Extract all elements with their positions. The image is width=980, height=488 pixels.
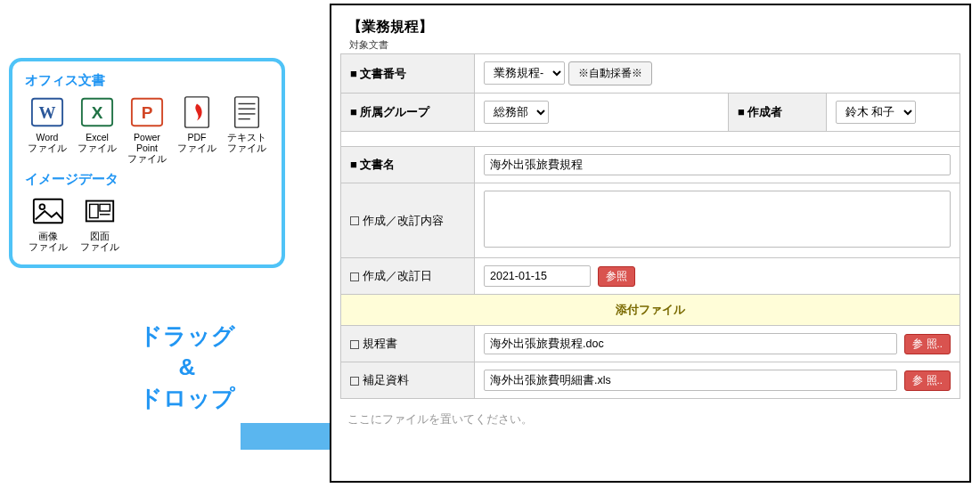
attach-row2-input[interactable] [484, 370, 897, 391]
svg-text:X: X [92, 103, 103, 122]
ppt-icon: P [129, 94, 165, 130]
doc-no-label: ■ 文書番号 [341, 54, 475, 94]
drag-drop-line1: ドラッグ [139, 322, 235, 349]
group-select[interactable]: 総務部 [484, 101, 549, 124]
word-label: Word ファイル [25, 132, 69, 153]
revision-content-label: 作成／改訂内容 [341, 183, 475, 258]
ppt-file-item: P Power Point ファイル [125, 94, 169, 164]
drop-zone-hint[interactable]: ここにファイルを置いてください。 [340, 399, 960, 435]
svg-rect-7 [235, 97, 259, 127]
pdf-file-item: PDF ファイル [175, 94, 219, 164]
ppt-label: Power Point ファイル [125, 132, 169, 164]
excel-label: Excel ファイル [75, 132, 119, 153]
excel-file-item: X Excel ファイル [75, 94, 119, 164]
form-sublabel: 対象文書 [340, 38, 960, 52]
image-file-item: 画像 ファイル [25, 193, 71, 252]
excel-icon: X [79, 94, 115, 130]
svg-rect-12 [34, 199, 62, 224]
text-file-item: テキスト ファイル [225, 94, 269, 164]
attach-header: 添付ファイル [341, 295, 960, 326]
pdf-label: PDF ファイル [175, 132, 219, 153]
image-icon [30, 193, 66, 229]
office-file-row: W Word ファイル X Excel ファイル P Power Point フ… [25, 94, 269, 164]
form-header-table: ■ 文書番号 業務規程- ※自動採番※ ■ 所属グループ 総務部 ■ 作成者 鈴… [340, 53, 960, 399]
attach-row2-ref-button[interactable]: 参 照.. [904, 370, 951, 391]
attach-row2-label: 補足資料 [341, 362, 475, 399]
doc-name-input[interactable] [484, 154, 951, 175]
drawing-file-item: 図面 ファイル [77, 193, 123, 252]
attach-row1-input[interactable] [484, 333, 897, 354]
revision-date-input[interactable] [484, 265, 591, 287]
attach-row1-ref-button[interactable]: 参 照.. [904, 334, 951, 354]
office-docs-heading: オフィス文書 [25, 72, 269, 89]
word-icon: W [29, 94, 65, 130]
drag-drop-line2: & [179, 354, 196, 380]
image-label: 画像 ファイル [25, 231, 71, 252]
document-form-frame: 【業務規程】 対象文書 ■ 文書番号 業務規程- ※自動採番※ ■ 所属グループ… [330, 4, 971, 483]
text-icon [229, 94, 265, 130]
svg-text:W: W [39, 103, 56, 122]
text-label: テキスト ファイル [225, 132, 269, 153]
form-title: 【業務規程】 [340, 14, 960, 38]
image-data-heading: イメージデータ [25, 171, 269, 188]
revision-date-label: 作成／改訂日 [341, 258, 475, 295]
auto-number-button[interactable]: ※自動採番※ [568, 61, 652, 85]
revision-content-textarea[interactable] [484, 191, 951, 248]
image-file-row: 画像 ファイル 図面 ファイル [25, 193, 269, 252]
date-ref-button[interactable]: 参照 [598, 266, 635, 287]
svg-text:P: P [142, 103, 153, 122]
drag-drop-callout: ドラッグ & ドロップ [107, 321, 339, 463]
drag-drop-line3: ドロップ [139, 385, 235, 411]
attach-row1-label: 規程書 [341, 326, 475, 362]
drawing-label: 図面 ファイル [77, 231, 123, 252]
drawing-icon [82, 193, 118, 229]
doc-no-select[interactable]: 業務規程- [484, 61, 565, 85]
author-label: ■ 作成者 [729, 94, 827, 132]
word-file-item: W Word ファイル [25, 94, 69, 164]
doc-name-label: ■ 文書名 [341, 147, 475, 183]
drag-drop-text: ドラッグ & ドロップ [107, 321, 267, 414]
author-select[interactable]: 鈴木 和子 [836, 101, 916, 124]
pdf-icon [179, 94, 215, 130]
file-types-panel: オフィス文書 W Word ファイル X Excel ファイル P Power … [9, 58, 285, 268]
group-label: ■ 所属グループ [341, 94, 475, 132]
